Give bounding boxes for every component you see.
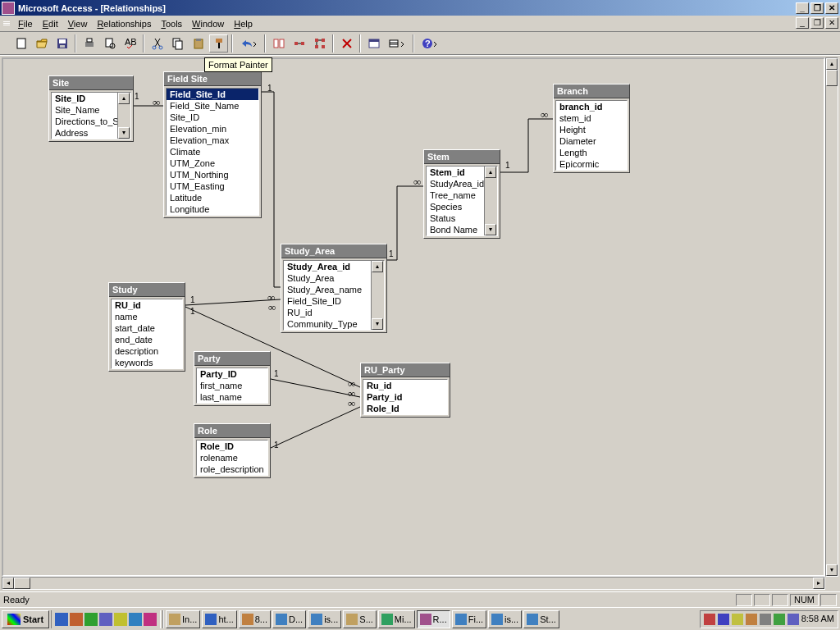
menubar-grip[interactable]	[3, 17, 10, 30]
task-button-active[interactable]: R...	[417, 610, 450, 628]
field[interactable]: Address	[52, 127, 117, 139]
scrollbar[interactable]: ▴▾	[371, 261, 384, 330]
restore-button[interactable]: ❐	[810, 2, 824, 14]
menu-edit[interactable]: Edit	[38, 17, 63, 30]
clear-layout-button[interactable]	[337, 34, 356, 52]
desktop-icon[interactable]	[84, 613, 98, 626]
database-window-button[interactable]	[364, 34, 383, 52]
field[interactable]: StudyArea_id	[427, 178, 484, 189]
field[interactable]: UTM_Northing	[167, 169, 258, 180]
table-role[interactable]: Role Role_ID rolename role_description	[194, 423, 271, 478]
spell-button[interactable]: ABC	[121, 34, 139, 52]
preview-button[interactable]	[100, 34, 119, 52]
undo-button[interactable]	[236, 34, 261, 52]
ql-icon[interactable]	[144, 613, 157, 626]
field[interactable]: Field_Site_Id	[167, 89, 258, 100]
field[interactable]: first_name	[197, 380, 267, 391]
format-painter-button[interactable]	[209, 34, 228, 52]
copy-button[interactable]	[168, 34, 187, 52]
table-title[interactable]: Study_Area	[281, 244, 386, 258]
new-object-button[interactable]	[385, 34, 409, 52]
table-branch[interactable]: Branch branch_id stem_id Height Diameter…	[553, 84, 630, 173]
close-button[interactable]: ✕	[825, 2, 838, 14]
field[interactable]: Site_ID	[167, 112, 258, 123]
table-study[interactable]: Study RU_id name start_date end_date des…	[108, 282, 185, 372]
tray-icon[interactable]	[718, 614, 729, 625]
table-title[interactable]: Study	[109, 283, 185, 297]
tray-icon[interactable]	[760, 614, 771, 625]
task-button[interactable]: 8...	[239, 610, 271, 628]
field[interactable]: Field_Site_Name	[167, 100, 258, 112]
table-studyarea[interactable]: Study_Area Study_Area_id Study_Area Stud…	[281, 244, 387, 333]
field[interactable]: Latitude	[167, 192, 258, 203]
table-title[interactable]: Branch	[554, 84, 629, 98]
cut-button[interactable]	[148, 34, 167, 52]
table-title[interactable]: RU_Party	[361, 363, 450, 377]
menu-view[interactable]: View	[63, 17, 93, 30]
show-all-button[interactable]	[310, 34, 329, 52]
table-title[interactable]: Party	[194, 352, 270, 366]
field[interactable]: Longitude	[167, 203, 258, 215]
table-fieldsite[interactable]: Field Site Field_Site_Id Field_Site_Name…	[163, 71, 262, 218]
field[interactable]: stem_id	[556, 112, 627, 124]
scrollbar[interactable]: ▴▾	[484, 167, 497, 235]
field[interactable]: Field_Site_ID	[284, 295, 371, 307]
field[interactable]: Party_ID	[197, 368, 267, 380]
mdi-restore[interactable]: ❐	[810, 17, 824, 29]
field[interactable]: Tree_name	[427, 189, 484, 201]
menu-tools[interactable]: Tools	[156, 17, 187, 30]
field[interactable]: Party_id	[363, 391, 447, 403]
field[interactable]: Diameter	[556, 135, 627, 147]
show-table-button[interactable]	[269, 34, 288, 52]
field[interactable]: branch_id	[556, 101, 627, 112]
field[interactable]: Study_Area_name	[284, 284, 371, 295]
field[interactable]: Community_Type	[284, 318, 371, 330]
canvas-hscroll[interactable]: ◂ ▸	[2, 577, 825, 590]
tray-icon[interactable]	[746, 614, 757, 625]
task-button[interactable]: ht...	[202, 610, 236, 628]
field[interactable]: Role_Id	[363, 403, 447, 414]
print-button[interactable]	[80, 34, 98, 52]
table-ruparty[interactable]: RU_Party Ru_id Party_id Role_Id	[360, 363, 450, 418]
system-tray[interactable]: 8:58 AM	[700, 610, 838, 628]
tray-icon[interactable]	[788, 614, 799, 625]
field[interactable]: Elevation_max	[167, 135, 258, 146]
menu-relationships[interactable]: Relationships	[92, 17, 156, 30]
clock[interactable]: 8:58 AM	[801, 614, 834, 625]
new-button[interactable]	[11, 34, 30, 52]
save-button[interactable]	[52, 34, 71, 52]
table-site[interactable]: Site Site_ID Site_Name Directions_to_Si …	[48, 75, 134, 142]
task-button[interactable]: is...	[308, 610, 341, 628]
canvas-viewport[interactable]: 1 ∞ 1 ∞ 1 ∞ 1 ∞ 1 ∞ 1 ∞ 1 ∞ 1 ∞ Site Sit…	[2, 57, 825, 577]
minimize-button[interactable]: _	[796, 2, 809, 14]
field[interactable]: end_date	[112, 334, 182, 345]
field[interactable]: Bond Name	[427, 224, 484, 235]
ie-icon[interactable]	[55, 613, 68, 626]
field[interactable]: Ru_id	[363, 380, 447, 391]
task-button[interactable]: In...	[166, 610, 200, 628]
tray-icon[interactable]	[774, 614, 785, 625]
table-stem[interactable]: Stem Stem_id StudyArea_id Tree_name Spec…	[423, 149, 500, 239]
scrollbar[interactable]: ▴▾	[117, 93, 130, 139]
toolbar-grip[interactable]	[3, 34, 10, 52]
table-party[interactable]: Party Party_ID first_name last_name	[194, 351, 271, 406]
field[interactable]: UTM_Zone	[167, 158, 258, 169]
canvas-vscroll[interactable]: ▴ ▾	[825, 57, 838, 577]
field[interactable]: keywords	[112, 357, 182, 368]
field[interactable]: Study_Area_id	[284, 261, 371, 272]
table-title[interactable]: Stem	[424, 150, 500, 164]
field[interactable]: description	[112, 345, 182, 357]
field[interactable]: start_date	[112, 322, 182, 334]
field[interactable]: Epicormic	[556, 158, 627, 170]
task-button[interactable]: S...	[343, 610, 377, 628]
field[interactable]: Site_Name	[52, 104, 117, 116]
mdi-minimize[interactable]: _	[796, 17, 809, 29]
field[interactable]: role_description	[197, 463, 267, 475]
tray-icon[interactable]	[704, 614, 715, 625]
task-button[interactable]: Mi...	[378, 610, 415, 628]
task-button[interactable]: Fi...	[452, 610, 486, 628]
table-title[interactable]: Site	[49, 76, 133, 90]
field[interactable]: Directions_to_Si	[52, 116, 117, 127]
task-button[interactable]: St...	[523, 610, 559, 628]
field[interactable]: Role_ID	[197, 441, 267, 452]
